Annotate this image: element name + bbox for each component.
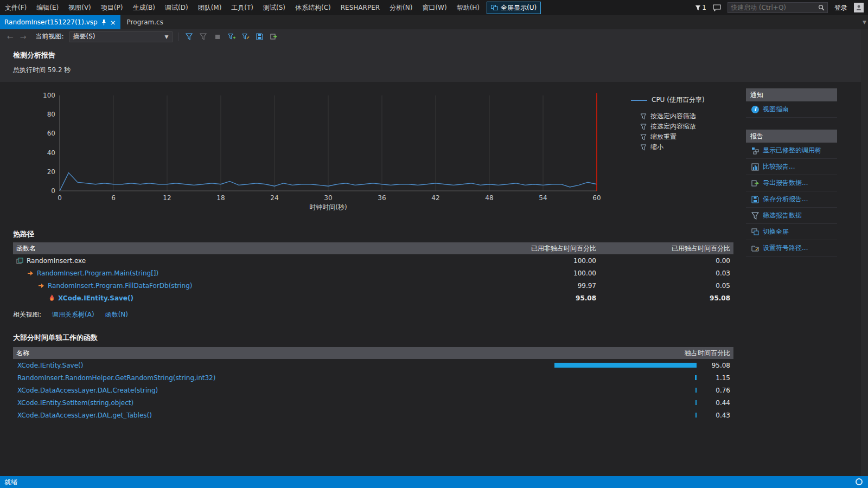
sign-in-link[interactable]: 登录: [834, 3, 847, 12]
menu-build[interactable]: 生成(B): [127, 0, 160, 15]
table-row[interactable]: XCode.IEntity.SetItem(string,object) 0.4…: [13, 396, 733, 409]
close-icon[interactable]: ×: [110, 19, 116, 26]
menu-architecture[interactable]: 体系结构(C): [290, 0, 336, 15]
menu-test[interactable]: 测试(S): [258, 0, 290, 15]
funnel-icon: [695, 5, 701, 11]
table-row[interactable]: XCode.IEntity.Save() 95.08: [13, 359, 733, 371]
compare-reports-link[interactable]: 比较报告...: [746, 159, 837, 175]
function-link[interactable]: RandomInsert.Program.FillDataForDb(strin…: [48, 282, 192, 290]
quick-launch-box: [727, 2, 828, 13]
function-link[interactable]: XCode.DataAccessLayer.DAL.get_Tables(): [13, 412, 547, 419]
menu-view[interactable]: 视图(V): [63, 0, 96, 15]
apply-filter-button[interactable]: [184, 31, 195, 42]
export-data-button[interactable]: [269, 31, 279, 42]
table-row[interactable]: XCode.DataAccessLayer.DAL.get_Tables() 0…: [13, 409, 733, 421]
avatar-icon[interactable]: [854, 3, 864, 12]
tab-program-cs[interactable]: Program.cs: [120, 15, 170, 29]
tab-vsp-report[interactable]: RandomInsert151227(1).vsp ×: [0, 15, 120, 29]
chart-legend: CPU (使用百分率): [631, 95, 705, 105]
menu-debug[interactable]: 调试(D): [160, 0, 193, 15]
menu-tools[interactable]: 工具(T): [226, 0, 258, 15]
show-trimmed-calltree-link[interactable]: 显示已修整的调用树: [746, 143, 837, 159]
table-row[interactable]: XCode.IEntity.Save() 95.08 95.08: [13, 292, 733, 304]
calltree-icon: [751, 147, 759, 155]
save-analysis-button[interactable]: [254, 31, 265, 42]
function-link[interactable]: RandomInsert.Program.Main(string[]): [37, 269, 158, 277]
function-link[interactable]: XCode.IEntity.SetItem(string,object): [13, 399, 547, 407]
tab-overflow-chevron-icon[interactable]: ▼: [863, 20, 866, 25]
hot-path-title: 热路径: [13, 229, 34, 239]
notifications-header: 通知: [746, 88, 837, 101]
feedback-button[interactable]: [713, 4, 721, 11]
table-row[interactable]: XCode.DataAccessLayer.DAL.Create(string)…: [13, 384, 733, 396]
export-report-data-link[interactable]: 导出报告数据...: [746, 175, 837, 191]
functions-link[interactable]: 函数(N): [105, 310, 128, 319]
status-circle-icon: [856, 478, 863, 485]
quick-launch-input[interactable]: [731, 4, 818, 11]
percent-bar: [554, 363, 697, 368]
menu-edit[interactable]: 编辑(E): [31, 0, 63, 15]
zoom-out-button[interactable]: 缩小: [640, 142, 696, 152]
clear-filter-button[interactable]: [198, 31, 209, 42]
filter-by-selection-button[interactable]: 按选定内容筛选: [640, 111, 696, 121]
fullscreen-toggle-button[interactable]: 全屏显示(U): [487, 2, 541, 14]
menu-help[interactable]: 帮助(H): [452, 0, 484, 15]
menu-file[interactable]: 文件(F): [0, 0, 31, 15]
svg-text:30: 30: [324, 194, 332, 202]
svg-text:12: 12: [163, 194, 171, 202]
menu-analyze[interactable]: 分析(N): [385, 0, 417, 15]
stop-button[interactable]: [212, 31, 223, 42]
notifications-filter-button[interactable]: 1: [695, 4, 706, 11]
col-exclusive-time-percent: 独占时间百分比: [547, 349, 733, 358]
tab-title: RandomInsert151227(1).vsp: [4, 18, 98, 26]
call-tree-link[interactable]: 调用关系树(A): [52, 310, 94, 319]
view-guidance-link[interactable]: i 视图指南: [746, 101, 837, 118]
reset-zoom-button[interactable]: 缩放重置: [640, 132, 696, 142]
legend-label: CPU (使用百分率): [652, 95, 705, 105]
back-button[interactable]: ←: [5, 33, 15, 41]
svg-text:0: 0: [51, 187, 55, 195]
module-icon: [16, 258, 23, 264]
pin-icon[interactable]: [101, 20, 106, 25]
save-analyzed-report-link[interactable]: 保存分析报告...: [746, 191, 837, 208]
table-row[interactable]: RandomInsert.Program.FillDataForDb(strin…: [13, 279, 733, 292]
save-analyzed-report-label: 保存分析报告...: [763, 195, 808, 204]
table-row[interactable]: RandomInsert.exe 100.00 0.00: [13, 254, 733, 267]
table-row[interactable]: RandomInsert.Program.Main(string[]) 100.…: [13, 267, 733, 279]
document-tab-bar: RandomInsert151227(1).vsp × Program.cs ▼: [0, 15, 868, 29]
percent-value: 0.43: [699, 412, 733, 419]
forward-button[interactable]: →: [18, 33, 28, 41]
add-filter-button[interactable]: [226, 31, 237, 42]
svg-text:48: 48: [485, 194, 493, 202]
search-icon[interactable]: [818, 4, 825, 11]
filter-by-selection-icon: [640, 113, 647, 120]
inclusive-value: 100.00: [458, 257, 599, 265]
cpu-usage-chart[interactable]: 02040608010006121824303642485460时钟时间(秒): [39, 88, 606, 213]
table-row[interactable]: RandomInsert.RandomHelper.GetRandomStrin…: [13, 371, 733, 384]
fullscreen-icon: [491, 5, 498, 11]
svg-text:80: 80: [47, 111, 55, 118]
menu-window[interactable]: 窗口(W): [417, 0, 451, 15]
function-link[interactable]: RandomInsert.RandomHelper.GetRandomStrin…: [13, 374, 547, 382]
inclusive-value: 99.97: [458, 282, 599, 290]
function-link[interactable]: XCode.DataAccessLayer.DAL.Create(string): [13, 387, 547, 394]
zoom-by-selection-label: 按选定内容缩放: [650, 122, 696, 131]
set-symbol-path-link[interactable]: 设置符号路径...: [746, 240, 837, 256]
menu-team[interactable]: 团队(M): [193, 0, 227, 15]
svg-text:0: 0: [58, 194, 62, 202]
menu-project[interactable]: 项目(P): [96, 0, 128, 15]
reset-zoom-label: 缩放重置: [650, 132, 676, 142]
svg-text:100: 100: [43, 92, 55, 99]
function-link[interactable]: XCode.IEntity.Save(): [58, 294, 133, 302]
related-views-label: 相关视图:: [13, 310, 41, 319]
vertical-scrollbar[interactable]: [861, 29, 868, 476]
svg-text:20: 20: [47, 168, 55, 176]
total-elapsed-time: 总执行时间 59.2 秒: [13, 66, 71, 75]
edit-filter-button[interactable]: [240, 31, 251, 42]
current-view-select[interactable]: 摘要(S) ▼: [69, 31, 173, 42]
function-link[interactable]: XCode.IEntity.Save(): [13, 362, 547, 369]
filter-report-data-link[interactable]: 筛选报告数据: [746, 208, 837, 224]
menu-resharper[interactable]: RESHARPER: [336, 0, 385, 15]
toggle-fullscreen-link[interactable]: 切换全屏: [746, 224, 837, 240]
zoom-by-selection-button[interactable]: 按选定内容缩放: [640, 121, 696, 132]
